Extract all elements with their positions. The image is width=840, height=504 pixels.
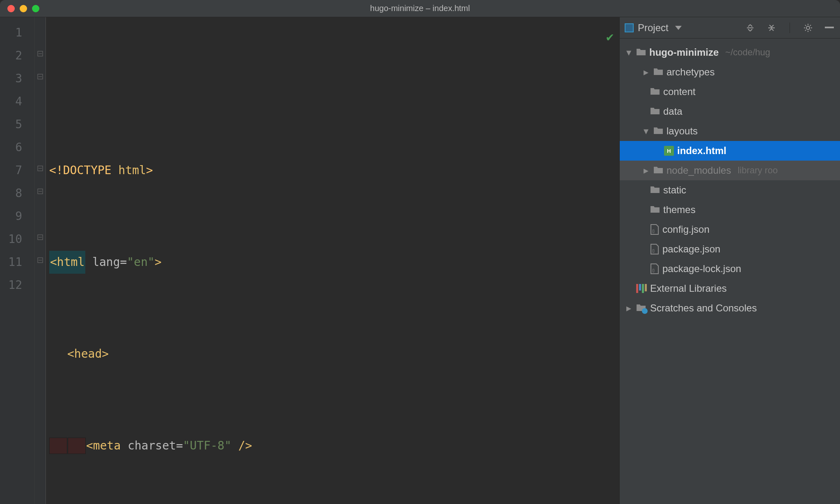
- tree-item-label: node_modules: [667, 165, 731, 176]
- tree-item-hint: library roo: [737, 165, 778, 176]
- fold-gutter: [34, 17, 46, 504]
- window-title: hugo-minimize – index.html: [370, 4, 470, 13]
- expand-all-icon[interactable]: [766, 22, 777, 34]
- hide-icon[interactable]: [824, 22, 835, 34]
- tree-item-scratches[interactable]: ▸ Scratches and Consoles: [620, 298, 840, 318]
- code-area[interactable]: ✔ <!DOCTYPE html> <html lang="en"> <head…: [46, 17, 619, 504]
- window-controls: [7, 5, 39, 12]
- maximize-icon[interactable]: [32, 5, 39, 12]
- tree-item-label: Scratches and Consoles: [650, 302, 757, 314]
- json-file-icon: {}: [650, 244, 659, 254]
- project-tree[interactable]: ▾ hugo-minimize ~/code/hug ▸ archetypes …: [620, 39, 840, 504]
- tree-item-content[interactable]: content: [620, 82, 840, 102]
- svg-text:{}: {}: [652, 249, 655, 253]
- line-number: 4: [0, 90, 34, 113]
- tree-item-label: External Libraries: [650, 283, 727, 294]
- panel-title: Project: [638, 22, 669, 34]
- tree-item-layouts[interactable]: ▾ layouts: [620, 121, 840, 141]
- tree-item-label: archetypes: [667, 66, 714, 78]
- json-file-icon: {}: [650, 263, 659, 274]
- tree-item-label: package.json: [662, 243, 720, 255]
- folder-icon: [653, 165, 663, 176]
- chevron-down-icon[interactable]: ▾: [642, 125, 650, 137]
- tree-root[interactable]: ▾ hugo-minimize ~/code/hug: [620, 43, 840, 62]
- folder-icon: [650, 86, 660, 98]
- tree-item-archetypes[interactable]: ▸ archetypes: [620, 62, 840, 82]
- check-icon: ✔: [606, 25, 614, 48]
- line-number: 11: [0, 251, 34, 274]
- tree-item-label: config.json: [662, 224, 710, 235]
- tree-item-label: content: [663, 86, 696, 98]
- gear-icon[interactable]: [802, 22, 814, 34]
- fold-icon[interactable]: [37, 165, 44, 172]
- tree-item-package-lock-json[interactable]: {} package-lock.json: [620, 259, 840, 279]
- line-number: 5: [0, 113, 34, 136]
- title-bar: hugo-minimize – index.html: [0, 0, 840, 17]
- line-number: 1: [0, 21, 34, 44]
- project-panel: Project: [619, 17, 840, 504]
- html-file-icon: H: [664, 146, 674, 156]
- json-file-icon: {}: [650, 224, 659, 235]
- minimize-icon[interactable]: [20, 5, 27, 12]
- code-line: <!DOCTYPE html>: [49, 159, 619, 182]
- tree-item-package-json[interactable]: {} package.json: [620, 239, 840, 259]
- chevron-right-icon[interactable]: ▸: [642, 165, 650, 176]
- folder-icon: [653, 66, 663, 78]
- tree-item-label: static: [663, 184, 686, 196]
- chevron-right-icon[interactable]: ▸: [625, 302, 633, 314]
- tree-item-label: data: [663, 106, 682, 117]
- line-number: 10: [0, 228, 34, 251]
- line-number: 9: [0, 205, 34, 228]
- tree-item-label: hugo-minimize: [649, 47, 719, 58]
- line-number: 6: [0, 136, 34, 159]
- folder-icon: [650, 204, 660, 216]
- tree-item-external-libraries[interactable]: External Libraries: [620, 279, 840, 298]
- folder-icon: [650, 106, 660, 117]
- panel-header: Project: [620, 17, 840, 39]
- folder-icon: [650, 184, 660, 196]
- line-number: 12: [0, 274, 34, 297]
- fold-icon[interactable]: [37, 188, 44, 195]
- tree-item-label: layouts: [667, 125, 698, 137]
- tree-item-node-modules[interactable]: ▸ node_modules library roo: [620, 161, 840, 180]
- line-number: 2: [0, 44, 34, 67]
- close-icon[interactable]: [7, 5, 15, 12]
- fold-end-icon[interactable]: [37, 257, 44, 264]
- chevron-right-icon[interactable]: ▸: [642, 66, 650, 78]
- svg-rect-14: [825, 27, 834, 28]
- code-line: <meta charset="UTF-8" />: [49, 434, 619, 457]
- folder-icon: [636, 47, 646, 58]
- project-icon: [625, 23, 634, 32]
- tree-item-data[interactable]: data: [620, 102, 840, 121]
- collapse-all-icon[interactable]: [744, 22, 756, 34]
- line-number-gutter: 1 2 3 4 5 6 7 8 9 10 11 12: [0, 17, 34, 504]
- tree-item-hint: ~/code/hug: [725, 47, 770, 58]
- tree-item-config-json[interactable]: {} config.json: [620, 220, 840, 239]
- libraries-icon: [636, 284, 647, 293]
- fold-icon[interactable]: [37, 50, 44, 57]
- chevron-down-icon[interactable]: [673, 22, 684, 34]
- divider: [790, 23, 790, 33]
- line-number: 8: [0, 182, 34, 205]
- line-number: 7: [0, 159, 34, 182]
- tree-item-label: themes: [663, 204, 696, 216]
- code-line: <html lang="en">: [49, 251, 619, 274]
- svg-text:{}: {}: [652, 268, 655, 272]
- code-line: <head>: [49, 343, 619, 366]
- tree-item-index-html[interactable]: H index.html: [620, 141, 840, 161]
- tree-item-label: index.html: [677, 145, 726, 157]
- chevron-down-icon[interactable]: ▾: [625, 47, 633, 58]
- editor[interactable]: 1 2 3 4 5 6 7 8 9 10 11 12: [0, 17, 619, 504]
- tree-item-label: package-lock.json: [662, 263, 741, 275]
- tree-item-themes[interactable]: themes: [620, 200, 840, 220]
- scratches-icon: [636, 303, 647, 313]
- svg-point-13: [806, 26, 810, 30]
- folder-icon: [653, 125, 663, 137]
- fold-end-icon[interactable]: [37, 234, 44, 241]
- svg-marker-12: [675, 26, 682, 30]
- fold-icon[interactable]: [37, 73, 44, 80]
- svg-text:{}: {}: [652, 229, 655, 233]
- tree-item-static[interactable]: static: [620, 180, 840, 200]
- line-number: 3: [0, 67, 34, 90]
